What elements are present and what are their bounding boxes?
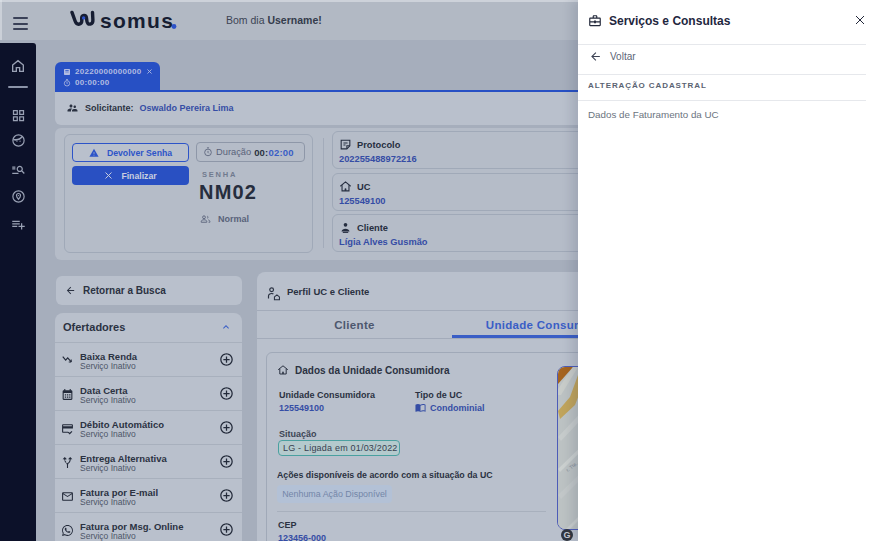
- svg-text:somus: somus: [100, 9, 174, 31]
